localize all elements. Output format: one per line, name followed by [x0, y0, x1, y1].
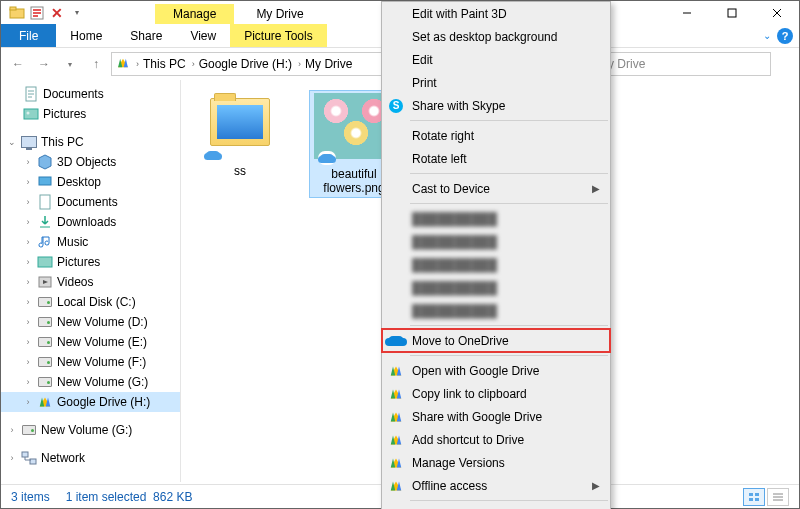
nav-up-button[interactable]: ↑: [85, 53, 107, 75]
sidebar-item-volume[interactable]: › New Volume (G:): [1, 420, 180, 440]
expand-icon[interactable]: ›: [7, 453, 17, 463]
ribbon-expand-icon[interactable]: ⌄: [763, 30, 771, 41]
context-menu-item[interactable]: ██████████: [382, 207, 610, 230]
gdrive-icon: [388, 386, 404, 402]
context-menu-item[interactable]: ██████████: [382, 299, 610, 322]
nav-back-button[interactable]: ←: [7, 53, 29, 75]
context-menu-item[interactable]: Move to OneDrive: [382, 329, 610, 352]
close-button[interactable]: [754, 2, 799, 24]
expand-icon[interactable]: ›: [23, 177, 33, 187]
expand-icon[interactable]: ›: [23, 357, 33, 367]
svg-rect-16: [755, 498, 759, 501]
sidebar-item[interactable]: ›New Volume (G:): [1, 372, 180, 392]
search-input[interactable]: My Drive: [591, 52, 771, 76]
expand-icon[interactable]: ›: [23, 337, 33, 347]
context-menu-item[interactable]: Manage Versions: [382, 451, 610, 474]
blank-icon: [388, 234, 404, 250]
tab-picture-tools[interactable]: Picture Tools: [230, 24, 326, 47]
tab-view[interactable]: View: [176, 24, 230, 47]
folder-item[interactable]: ss: [195, 90, 285, 178]
navigation-pane[interactable]: Documents Pictures ⌄ This PC ›3D Objects…: [1, 80, 181, 482]
view-details-button[interactable]: [767, 488, 789, 506]
context-menu-item[interactable]: Print: [382, 71, 610, 94]
expand-icon[interactable]: ›: [23, 157, 33, 167]
drive-icon: [21, 422, 37, 438]
sidebar-item[interactable]: ›Music: [1, 232, 180, 252]
delete-icon[interactable]: ✕: [49, 5, 65, 21]
sidebar-item-documents[interactable]: Documents: [1, 84, 180, 104]
maximize-button[interactable]: [709, 2, 754, 24]
context-menu-item[interactable]: ██████████: [382, 276, 610, 299]
context-menu-item[interactable]: Edit with Paint 3D: [382, 2, 610, 25]
sidebar-item[interactable]: ›Pictures: [1, 252, 180, 272]
collapse-icon[interactable]: ⌄: [7, 137, 17, 147]
sidebar-item[interactable]: ›Videos: [1, 272, 180, 292]
expand-icon[interactable]: ›: [23, 257, 33, 267]
sidebar-item[interactable]: ›New Volume (F:): [1, 352, 180, 372]
qat-dropdown-icon[interactable]: ▾: [69, 5, 85, 21]
sidebar-item[interactable]: ›3D Objects: [1, 152, 180, 172]
svg-rect-15: [749, 498, 753, 501]
tree-icon: [37, 194, 53, 210]
breadcrumb[interactable]: Google Drive (H:)›: [199, 57, 301, 71]
gdrive-icon: [388, 432, 404, 448]
blank-icon: [388, 303, 404, 319]
blank-icon: [388, 52, 404, 68]
tab-home[interactable]: Home: [56, 24, 116, 47]
breadcrumb[interactable]: This PC›: [143, 57, 195, 71]
expand-icon[interactable]: ›: [23, 317, 33, 327]
context-menu-item[interactable]: Open with Google Drive: [382, 359, 610, 382]
sidebar-item[interactable]: ›Desktop: [1, 172, 180, 192]
status-selection: 1 item selected 862 KB: [66, 490, 193, 504]
expand-icon[interactable]: ›: [23, 237, 33, 247]
context-menu-item[interactable]: SShare with Skype: [382, 94, 610, 117]
cloud-status-icon: [204, 148, 222, 162]
sidebar-item[interactable]: ›Downloads: [1, 212, 180, 232]
gdrive-icon: [388, 455, 404, 471]
context-menu: Edit with Paint 3DSet as desktop backgro…: [381, 1, 611, 509]
sidebar-item-network[interactable]: › Network: [1, 448, 180, 468]
drive-icon: [116, 57, 130, 72]
context-menu-item[interactable]: ██████████: [382, 253, 610, 276]
tab-file[interactable]: File: [1, 24, 56, 47]
gdrive-icon: [388, 409, 404, 425]
context-menu-item[interactable]: Offline access▶: [382, 474, 610, 497]
view-large-icons-button[interactable]: [743, 488, 765, 506]
context-menu-item[interactable]: Copy link to clipboard: [382, 382, 610, 405]
tree-icon: [37, 314, 53, 330]
nav-recent-dropdown[interactable]: ▾: [59, 53, 81, 75]
context-menu-item[interactable]: Set as desktop background: [382, 25, 610, 48]
sidebar-item-this-pc[interactable]: ⌄ This PC: [1, 132, 180, 152]
context-menu-item[interactable]: Add shortcut to Drive: [382, 428, 610, 451]
minimize-button[interactable]: [664, 2, 709, 24]
expand-icon[interactable]: ›: [23, 397, 33, 407]
expand-icon[interactable]: ›: [23, 197, 33, 207]
sidebar-item[interactable]: ›New Volume (D:): [1, 312, 180, 332]
context-menu-item[interactable]: Cast to Device▶: [382, 177, 610, 200]
sidebar-item[interactable]: ›New Volume (E:): [1, 332, 180, 352]
svg-rect-8: [40, 195, 50, 209]
tab-share[interactable]: Share: [116, 24, 176, 47]
context-menu-item[interactable]: Rotate right: [382, 124, 610, 147]
sidebar-item[interactable]: ›Documents: [1, 192, 180, 212]
sidebar-item[interactable]: ›Google Drive (H:): [1, 392, 180, 412]
context-menu-item[interactable]: Share with Google Drive: [382, 405, 610, 428]
window-title: My Drive: [234, 4, 325, 24]
sidebar-item[interactable]: ›Local Disk (C:): [1, 292, 180, 312]
context-menu-item[interactable]: Scan with Microsoft Defender...: [382, 504, 610, 509]
context-menu-item[interactable]: Edit: [382, 48, 610, 71]
expand-icon[interactable]: ›: [23, 217, 33, 227]
document-icon: [23, 86, 39, 102]
context-menu-item[interactable]: ██████████: [382, 230, 610, 253]
expand-icon[interactable]: ›: [7, 425, 17, 435]
breadcrumb[interactable]: My Drive: [305, 57, 352, 71]
properties-icon[interactable]: [29, 5, 45, 21]
sidebar-item-pictures[interactable]: Pictures: [1, 104, 180, 124]
expand-icon[interactable]: ›: [23, 377, 33, 387]
context-menu-item[interactable]: Rotate left: [382, 147, 610, 170]
pc-icon: [21, 134, 37, 150]
nav-forward-button[interactable]: →: [33, 53, 55, 75]
help-icon[interactable]: ?: [777, 28, 793, 44]
expand-icon[interactable]: ›: [23, 297, 33, 307]
expand-icon[interactable]: ›: [23, 277, 33, 287]
